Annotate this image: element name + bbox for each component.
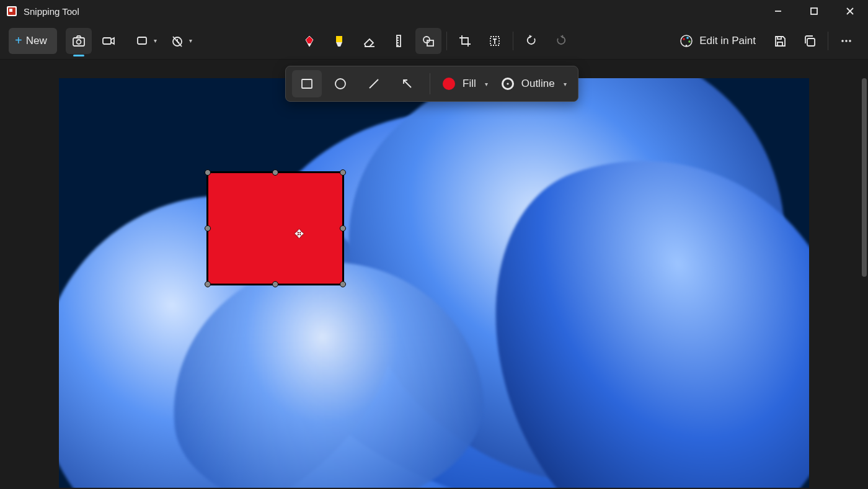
resize-handle-sw[interactable] (205, 281, 211, 287)
text-actions-button[interactable] (482, 28, 508, 54)
toolbar-divider (446, 32, 447, 50)
svg-point-33 (845, 40, 848, 42)
shapes-tool-button[interactable] (415, 28, 441, 54)
svg-point-36 (335, 79, 345, 89)
outline-label: Outline (521, 78, 555, 90)
new-snip-button[interactable]: + New (9, 28, 57, 54)
subbar-divider (430, 73, 430, 94)
outline-color-dropdown[interactable]: Outline ▾ (497, 70, 572, 97)
window-controls (760, 0, 868, 22)
app-title: Snipping Tool (24, 6, 79, 17)
paint-icon (680, 34, 693, 48)
more-options-button[interactable] (833, 28, 859, 54)
resize-handle-se[interactable] (340, 281, 346, 287)
shape-toolbar: Fill ▾ Outline ▾ (285, 66, 578, 102)
selected-indicator (73, 55, 84, 56)
svg-line-37 (370, 79, 378, 88)
new-label: New (26, 35, 47, 47)
shape-line-button[interactable] (359, 70, 389, 97)
move-cursor-icon: ✥ (294, 227, 304, 241)
wallpaper-image (59, 78, 809, 488)
capture-mode-dropdown[interactable]: ▾ (130, 28, 162, 54)
eraser-tool-button[interactable] (356, 28, 382, 54)
fill-label: Fill (463, 78, 476, 90)
maximize-button[interactable] (796, 0, 832, 22)
annotation-rectangle[interactable]: ✥ (206, 171, 344, 285)
svg-rect-31 (807, 38, 815, 46)
svg-rect-29 (777, 42, 782, 46)
delay-dropdown[interactable]: ▾ (166, 28, 197, 54)
resize-handle-w[interactable] (205, 225, 211, 231)
svg-point-32 (841, 40, 844, 42)
chevron-down-icon: ▾ (154, 37, 157, 44)
svg-point-28 (688, 40, 691, 43)
resize-handle-e[interactable] (340, 225, 346, 231)
vertical-scrollbar[interactable] (862, 78, 867, 277)
plus-icon: + (15, 34, 22, 48)
svg-line-38 (404, 80, 411, 87)
svg-rect-2 (9, 9, 12, 12)
svg-rect-4 (811, 8, 817, 14)
svg-rect-30 (777, 37, 781, 39)
svg-point-26 (683, 38, 685, 40)
svg-rect-15 (336, 36, 342, 42)
chevron-down-icon: ▾ (564, 81, 567, 87)
screenshot-canvas[interactable]: ✥ (59, 78, 809, 488)
crop-tool-button[interactable] (452, 28, 478, 54)
pen-tool-button[interactable] (296, 28, 322, 54)
redo-button[interactable] (548, 28, 574, 54)
fill-color-dropdown[interactable]: Fill ▾ (438, 70, 493, 97)
chevron-down-icon: ▾ (189, 37, 192, 44)
chevron-down-icon: ▾ (485, 81, 488, 87)
resize-handle-n[interactable] (272, 169, 278, 176)
outline-color-swatch (502, 78, 514, 90)
main-toolbar: + New ▾ ▾ (0, 22, 868, 60)
close-button[interactable] (832, 0, 868, 22)
shape-arrow-button[interactable] (392, 70, 422, 97)
canvas-area: ✥ Fill ▾ Outline ▾ (0, 60, 868, 489)
highlighter-tool-button[interactable] (326, 28, 352, 54)
resize-handle-nw[interactable] (205, 169, 211, 176)
title-bar-left: Snipping Tool (6, 6, 79, 17)
svg-point-22 (423, 37, 430, 43)
shape-rectangle-button[interactable] (292, 70, 322, 97)
svg-point-8 (76, 40, 81, 44)
svg-rect-23 (427, 40, 433, 46)
svg-rect-9 (103, 38, 111, 44)
svg-rect-7 (73, 38, 84, 46)
app-icon (6, 6, 17, 17)
svg-point-34 (849, 40, 851, 42)
undo-button[interactable] (518, 28, 544, 54)
copy-button[interactable] (797, 28, 823, 54)
shape-ellipse-button[interactable] (326, 70, 355, 97)
toolbar-divider (513, 32, 513, 50)
title-bar: Snipping Tool (0, 0, 868, 22)
edit-in-paint-button[interactable]: Edit in Paint (673, 30, 762, 52)
resize-handle-ne[interactable] (340, 169, 346, 176)
svg-rect-10 (138, 37, 146, 44)
ruler-tool-button[interactable] (386, 28, 412, 54)
resize-handle-s[interactable] (272, 281, 278, 287)
save-button[interactable] (767, 28, 793, 54)
svg-point-27 (686, 37, 689, 39)
image-capture-button[interactable] (66, 28, 92, 54)
edit-in-paint-label: Edit in Paint (699, 35, 756, 47)
svg-rect-35 (302, 79, 312, 88)
minimize-button[interactable] (760, 0, 796, 22)
fill-color-swatch (443, 78, 455, 90)
toolbar-divider (828, 32, 828, 50)
video-capture-button[interactable] (95, 28, 122, 54)
